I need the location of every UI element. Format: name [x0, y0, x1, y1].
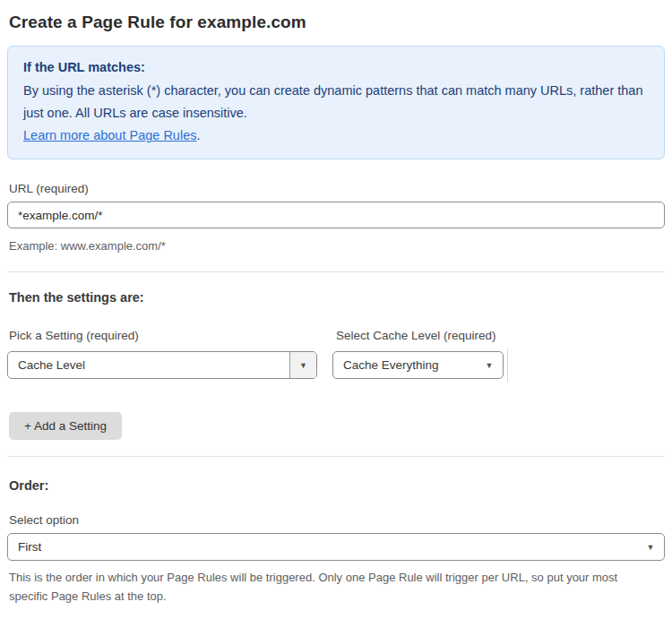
setting-row-divider	[507, 348, 508, 382]
order-select[interactable]: First ▼	[7, 533, 665, 561]
chevron-down-icon: ▼	[637, 543, 664, 552]
order-select-value: First	[8, 540, 637, 554]
divider	[7, 456, 665, 457]
cache-level-dropdown[interactable]: Cache Everything ▼	[332, 351, 504, 379]
learn-more-link[interactable]: Learn more about Page Rules	[23, 128, 196, 142]
url-example-helper: Example: www.example.com/*	[9, 236, 665, 255]
info-box-heading: If the URL matches:	[23, 56, 649, 79]
add-setting-button[interactable]: + Add a Setting	[9, 412, 122, 440]
info-box-body: By using the asterisk (*) character, you…	[23, 80, 649, 125]
url-match-info-box: If the URL matches: By using the asteris…	[7, 46, 665, 159]
page-title: Create a Page Rule for example.com	[9, 13, 665, 32]
order-select-label: Select option	[9, 513, 665, 527]
cache-level-dropdown-value: Cache Everything	[333, 358, 476, 372]
info-box-link-line: Learn more about Page Rules.	[23, 125, 649, 147]
setting-dropdowns-row: Cache Level ▼ Cache Everything ▼	[7, 348, 665, 382]
settings-section-heading: Then the settings are:	[9, 290, 665, 305]
order-section-heading: Order:	[9, 478, 665, 493]
pick-setting-label: Pick a Setting (required)	[9, 329, 334, 342]
cache-level-label: Select Cache Level (required)	[336, 329, 496, 342]
chevron-down-icon: ▼	[289, 352, 316, 378]
divider	[7, 271, 665, 272]
setting-labels-row: Pick a Setting (required) Select Cache L…	[7, 329, 665, 342]
order-helper-text: This is the order in which your Page Rul…	[9, 568, 654, 606]
create-page-rule-form: Create a Page Rule for example.com If th…	[0, 0, 672, 619]
link-suffix: .	[196, 128, 200, 142]
setting-dropdown[interactable]: Cache Level ▼	[7, 351, 317, 379]
chevron-down-icon: ▼	[476, 361, 503, 370]
setting-dropdown-value: Cache Level	[8, 358, 289, 372]
url-field-label: URL (required)	[9, 182, 665, 195]
url-input[interactable]	[7, 202, 665, 228]
